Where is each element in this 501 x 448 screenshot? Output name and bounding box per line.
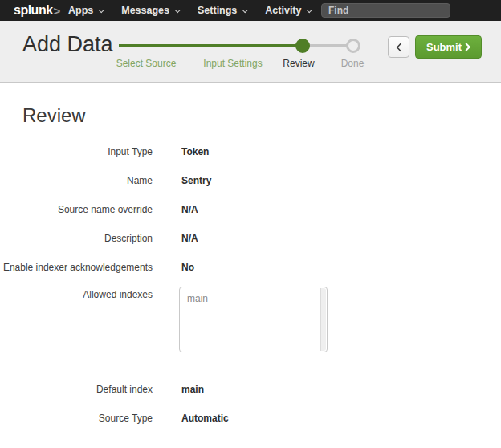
review-heading: Review [22, 104, 501, 127]
field-label: Enable indexer acknowledgements [0, 261, 153, 274]
field-value: Automatic [181, 412, 229, 425]
top-navbar: splunk > AppsMessagesSettingsActivity [0, 0, 501, 21]
allowed-indexes-textarea[interactable]: main [179, 287, 328, 352]
field-value: No [181, 261, 194, 274]
review-field-row: Input TypeToken [0, 145, 501, 158]
review-panel: Review Input TypeTokenNameSentrySource n… [0, 83, 501, 425]
allowed-indexes-value: main [180, 287, 327, 311]
splunk-logo[interactable]: splunk > [14, 0, 60, 21]
review-fields: Input TypeTokenNameSentrySource name ove… [0, 145, 501, 425]
splunk-logo-text: splunk [14, 3, 53, 18]
field-value: main [181, 383, 204, 396]
nav-menu-apps[interactable]: Apps [68, 5, 103, 16]
step-label-review: Review [283, 58, 314, 69]
field-value: N/A [181, 232, 198, 245]
review-field-row: NameSentry [0, 174, 501, 187]
progress-circle-upcoming-step [346, 39, 360, 53]
chevron-left-icon [396, 43, 402, 52]
nav-menu-label: Settings [198, 5, 237, 16]
nav-menu-label: Activity [265, 5, 301, 16]
back-button[interactable] [388, 36, 409, 58]
review-field-row: Allowed indexesmain [0, 287, 501, 352]
progress-bar-completed [119, 44, 303, 47]
find-search-input[interactable] [321, 3, 450, 18]
submit-button[interactable]: Submit [415, 35, 482, 59]
review-field-row: Source TypeAutomatic [0, 412, 501, 425]
field-label: Allowed indexes [0, 287, 153, 352]
field-label: Default index [0, 383, 153, 396]
nav-menu-label: Apps [68, 5, 93, 16]
chevron-down-icon [307, 7, 312, 13]
field-value: Token [181, 145, 209, 158]
chevron-down-icon [99, 7, 104, 13]
field-value: N/A [181, 203, 198, 216]
splunk-spark-icon: > [54, 4, 61, 18]
page-title: Add Data [22, 32, 113, 56]
chevron-right-icon [465, 43, 470, 51]
step-label-done: Done [341, 58, 365, 69]
field-label: Source name override [0, 203, 153, 216]
nav-menu-messages[interactable]: Messages [121, 5, 179, 16]
nav-menus: AppsMessagesSettingsActivity [68, 0, 311, 21]
nav-menu-label: Messages [121, 5, 169, 16]
submit-button-label: Submit [426, 41, 462, 53]
review-field-row: Default indexmain [0, 383, 501, 396]
review-field-row: Enable indexer acknowledgementsNo [0, 261, 501, 274]
field-label: Description [0, 232, 153, 245]
field-label: Name [0, 174, 153, 187]
field-value: Sentry [181, 174, 211, 187]
step-label-select-source: Select Source [116, 58, 177, 69]
review-field-row: Source name overrideN/A [0, 203, 501, 216]
field-label: Input Type [0, 145, 153, 158]
add-data-header: Add Data Select SourceInput SettingsRevi… [0, 21, 501, 83]
textarea-scrollbar[interactable] [320, 288, 326, 351]
review-field-row: DescriptionN/A [0, 232, 501, 245]
nav-menu-settings[interactable]: Settings [198, 5, 246, 16]
chevron-down-icon [242, 7, 248, 13]
field-label: Source Type [0, 412, 153, 425]
chevron-down-icon [175, 7, 181, 13]
nav-menu-activity[interactable]: Activity [265, 5, 311, 16]
step-label-input-settings: Input Settings [203, 58, 262, 69]
progress-dot-current-step [295, 39, 310, 53]
